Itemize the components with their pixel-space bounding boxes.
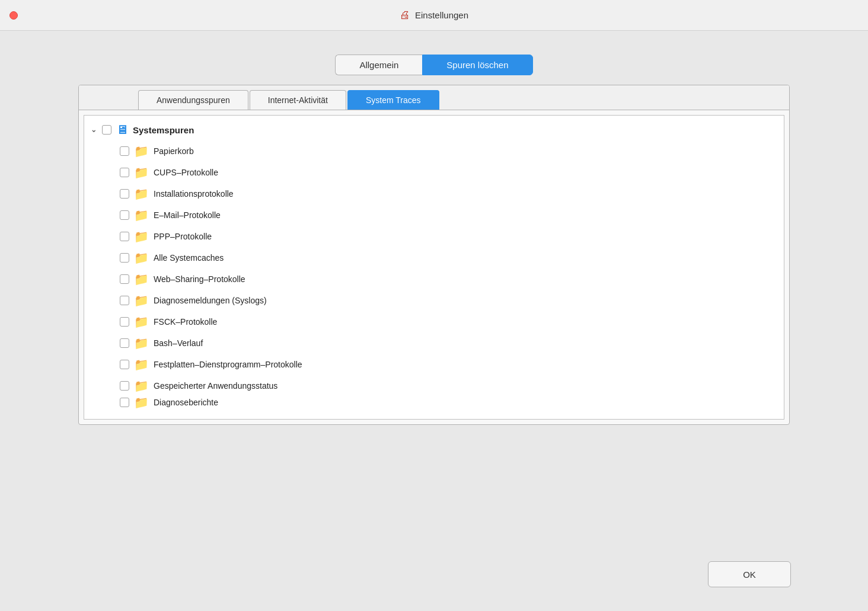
title-bar: 🖨 Einstellungen <box>0 0 868 31</box>
item-label-11: Gespeicherter Anwendungsstatus <box>154 381 277 391</box>
traffic-lights <box>9 11 18 20</box>
close-button[interactable] <box>9 11 18 20</box>
window-title-text: Einstellungen <box>415 10 468 20</box>
item-label-5: Alle Systemcaches <box>154 253 224 263</box>
folder-icon: 📁 <box>134 272 149 286</box>
tab-anwendungsspuren[interactable]: Anwendungsspuren <box>138 90 248 110</box>
item-checkbox-4[interactable] <box>120 232 129 241</box>
root-item-label: Systemspuren <box>133 125 194 135</box>
ok-button-area: OK <box>708 561 791 587</box>
inner-panel: Anwendungsspuren Internet-Aktivität Syst… <box>78 85 790 425</box>
monitor-icon: 🖥 <box>116 123 128 137</box>
list-item: 📁 E–Mail–Protokolle <box>84 204 784 226</box>
list-area: ⌄ 🖥 Systemspuren 📁 Papierkorb 📁 <box>79 110 789 424</box>
list-item: 📁 CUPS–Protokolle <box>84 162 784 183</box>
item-checkbox-5[interactable] <box>120 253 129 263</box>
list-item: 📁 Gespeicherter Anwendungsstatus <box>84 375 784 396</box>
folder-icon: 📁 <box>134 144 149 158</box>
list-item: 📁 Papierkorb <box>84 140 784 162</box>
tab-system-traces[interactable]: System Traces <box>347 90 439 110</box>
tree-root: ⌄ 🖥 Systemspuren 📁 Papierkorb 📁 <box>84 116 784 412</box>
window-icon: 🖨 <box>400 9 410 21</box>
item-label-6: Web–Sharing–Protokolle <box>154 274 245 284</box>
list-item-partial: 📁 Diagnoseberichte <box>84 396 784 408</box>
top-tab-bar: Allgemein Spuren löschen <box>335 55 532 75</box>
tab-allgemein[interactable]: Allgemein <box>335 55 422 75</box>
folder-icon: 📁 <box>134 396 149 408</box>
folder-icon: 📁 <box>134 379 149 393</box>
item-label-12: Diagnoseberichte <box>154 398 218 407</box>
item-checkbox-2[interactable] <box>120 189 129 199</box>
item-checkbox-11[interactable] <box>120 381 129 391</box>
item-label-9: Bash–Verlauf <box>154 338 203 348</box>
list-item: 📁 FSCK–Protokolle <box>84 311 784 332</box>
list-item: 📁 Installationsprotokolle <box>84 183 784 204</box>
item-label-0: Papierkorb <box>154 146 194 156</box>
item-label-1: CUPS–Protokolle <box>154 168 218 177</box>
ok-button[interactable]: OK <box>708 561 791 587</box>
item-label-2: Installationsprotokolle <box>154 189 234 199</box>
item-label-3: E–Mail–Protokolle <box>154 210 221 220</box>
folder-icon: 📁 <box>134 315 149 329</box>
item-checkbox-1[interactable] <box>120 168 129 177</box>
folder-icon: 📁 <box>134 293 149 308</box>
item-checkbox-8[interactable] <box>120 317 129 327</box>
root-checkbox[interactable] <box>102 125 111 135</box>
main-content: Allgemein Spuren löschen Anwendungsspure… <box>0 31 868 611</box>
item-checkbox-6[interactable] <box>120 274 129 284</box>
item-checkbox-7[interactable] <box>120 296 129 305</box>
sub-tab-bar: Anwendungsspuren Internet-Aktivität Syst… <box>79 85 789 110</box>
list-item: 📁 Diagnosemeldungen (Syslogs) <box>84 290 784 311</box>
tab-spuren-loschen[interactable]: Spuren löschen <box>422 55 532 75</box>
item-checkbox-12[interactable] <box>120 398 129 407</box>
list-item: 📁 Bash–Verlauf <box>84 332 784 354</box>
folder-icon: 📁 <box>134 187 149 201</box>
folder-icon: 📁 <box>134 208 149 222</box>
folder-icon: 📁 <box>134 165 149 180</box>
list-item: 📁 Alle Systemcaches <box>84 247 784 268</box>
item-label-10: Festplatten–Dienstprogramm–Protokolle <box>154 360 302 369</box>
list-item: 📁 Festplatten–Dienstprogramm–Protokolle <box>84 354 784 375</box>
folder-icon: 📁 <box>134 357 149 372</box>
folder-icon: 📁 <box>134 251 149 265</box>
tree-list[interactable]: ⌄ 🖥 Systemspuren 📁 Papierkorb 📁 <box>84 115 784 420</box>
list-item: 📁 Web–Sharing–Protokolle <box>84 268 784 290</box>
tab-internet-aktivitat[interactable]: Internet-Aktivität <box>250 90 346 110</box>
item-label-8: FSCK–Protokolle <box>154 317 217 327</box>
tree-root-item: ⌄ 🖥 Systemspuren <box>84 119 784 140</box>
folder-icon: 📁 <box>134 229 149 244</box>
folder-icon: 📁 <box>134 336 149 350</box>
list-item: 📁 PPP–Protokolle <box>84 226 784 247</box>
item-checkbox-0[interactable] <box>120 146 129 156</box>
item-label-7: Diagnosemeldungen (Syslogs) <box>154 296 267 305</box>
item-checkbox-9[interactable] <box>120 338 129 348</box>
window-title: 🖨 Einstellungen <box>400 9 468 21</box>
item-label-4: PPP–Protokolle <box>154 232 212 241</box>
item-checkbox-3[interactable] <box>120 210 129 220</box>
item-checkbox-10[interactable] <box>120 360 129 369</box>
chevron-down-icon[interactable]: ⌄ <box>89 125 98 135</box>
